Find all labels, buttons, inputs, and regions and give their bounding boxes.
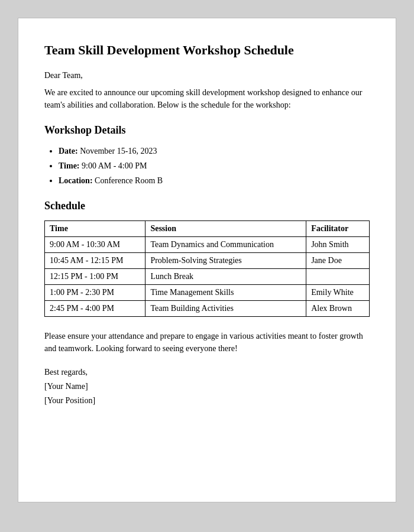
table-row: 1:00 PM - 2:30 PM Time Management Skills…	[45, 285, 370, 301]
table-header-row: Time Session Facilitator	[45, 221, 370, 237]
row4-time: 1:00 PM - 2:30 PM	[45, 285, 145, 301]
col-header-time: Time	[45, 221, 145, 237]
table-row: 9:00 AM - 10:30 AM Team Dynamics and Com…	[45, 237, 370, 253]
page-title: Team Skill Development Workshop Schedule	[44, 42, 370, 59]
row3-session: Lunch Break	[145, 269, 306, 285]
date-value: November 15-16, 2023	[80, 147, 157, 155]
row5-facilitator: Alex Brown	[306, 301, 370, 317]
row5-time: 2:45 PM - 4:00 PM	[45, 301, 145, 317]
table-row: 2:45 PM - 4:00 PM Team Building Activiti…	[45, 301, 370, 317]
signer-name: [Your Name]	[44, 379, 370, 394]
detail-date: Date: November 15-16, 2023	[59, 144, 370, 158]
schedule-table: Time Session Facilitator 9:00 AM - 10:30…	[44, 220, 370, 317]
row4-session: Time Management Skills	[145, 285, 306, 301]
time-label: Time:	[59, 161, 80, 170]
col-header-facilitator: Facilitator	[306, 221, 370, 237]
row2-time: 10:45 AM - 12:15 PM	[45, 253, 145, 269]
greeting-text: Dear Team,	[44, 71, 370, 80]
row1-time: 9:00 AM - 10:30 AM	[45, 237, 145, 253]
closing-text: Please ensure your attendance and prepar…	[44, 330, 370, 355]
intro-text: We are excited to announce our upcoming …	[44, 86, 370, 111]
location-value: Conference Room B	[95, 176, 163, 185]
details-list: Date: November 15-16, 2023 Time: 9:00 AM…	[59, 144, 370, 189]
signature-block: Best regards, [Your Name] [Your Position…	[44, 365, 370, 407]
document-page: Team Skill Development Workshop Schedule…	[18, 18, 396, 502]
sign-off: Best regards,	[44, 365, 370, 379]
row5-session: Team Building Activities	[145, 301, 306, 317]
location-label: Location:	[59, 176, 93, 185]
workshop-details-heading: Workshop Details	[44, 124, 370, 137]
row2-facilitator: Jane Doe	[306, 253, 370, 269]
time-value: 9:00 AM - 4:00 PM	[82, 161, 147, 170]
row3-time: 12:15 PM - 1:00 PM	[45, 269, 145, 285]
table-row: 12:15 PM - 1:00 PM Lunch Break	[45, 269, 370, 285]
row4-facilitator: Emily White	[306, 285, 370, 301]
table-row: 10:45 AM - 12:15 PM Problem-Solving Stra…	[45, 253, 370, 269]
row1-session: Team Dynamics and Communication	[145, 237, 306, 253]
detail-time: Time: 9:00 AM - 4:00 PM	[59, 158, 370, 173]
row2-session: Problem-Solving Strategies	[145, 253, 306, 269]
schedule-heading: Schedule	[44, 200, 370, 212]
signer-position: [Your Position]	[44, 394, 370, 408]
row1-facilitator: John Smith	[306, 237, 370, 253]
detail-location: Location: Conference Room B	[59, 173, 370, 188]
row3-facilitator	[306, 269, 370, 285]
col-header-session: Session	[145, 221, 306, 237]
date-label: Date:	[59, 147, 78, 155]
